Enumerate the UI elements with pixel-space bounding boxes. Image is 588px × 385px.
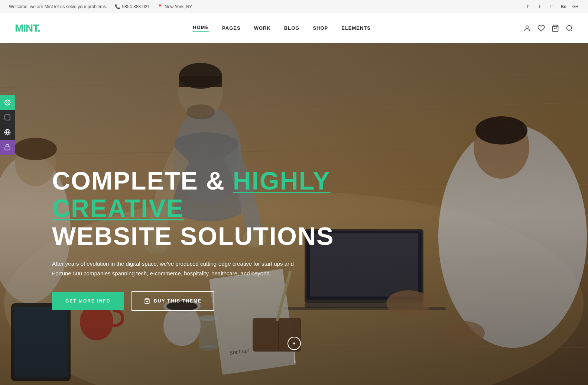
hero-title: COMPLETE & HIGHLY CREATIVE WEBSITE SOLUT… <box>52 167 342 250</box>
phone-icon: 📞 <box>115 4 120 9</box>
phone-info: 📞 9854-888-021 <box>115 4 150 9</box>
site-logo[interactable]: MINT. <box>15 22 40 34</box>
twitter-link[interactable]: t <box>536 3 543 10</box>
heart-icon[interactable] <box>537 25 545 32</box>
map-icon: 📍 <box>157 4 163 9</box>
hero-section: Start up! <box>0 43 588 385</box>
scroll-dot-icon <box>292 341 296 346</box>
nav-work[interactable]: WORK <box>254 25 271 31</box>
sidebar-float <box>0 95 15 155</box>
nav-blog[interactable]: BLOG <box>284 25 300 31</box>
buy-theme-button[interactable]: BUY THIS THEME <box>131 291 214 311</box>
svg-line-3 <box>571 29 572 31</box>
main-nav: HOME PAGES WORK BLOG SHOP ELEMENTS <box>193 25 371 32</box>
search-icon[interactable] <box>566 25 573 32</box>
logo-dot: . <box>38 22 40 34</box>
instagram-link[interactable]: □ <box>548 3 555 10</box>
cart-btn-icon <box>144 298 150 304</box>
welcome-text: Welcome, we are Mint let us solve your p… <box>9 4 107 9</box>
nav-icon-group <box>523 25 573 32</box>
user-icon[interactable] <box>523 25 531 32</box>
svg-rect-56 <box>5 115 10 120</box>
location-info: 📍 New York, NY <box>157 4 192 9</box>
scroll-line <box>294 352 295 363</box>
site-header: MINT. HOME PAGES WORK BLOG SHOP ELEMENTS <box>0 13 588 43</box>
svg-point-0 <box>526 26 529 28</box>
hero-title-line2: WEBSITE SOLUTIONS <box>52 222 334 250</box>
nav-pages[interactable]: PAGES <box>222 25 241 31</box>
sidebar-layers[interactable] <box>0 110 15 125</box>
hero-content: COMPLETE & HIGHLY CREATIVE WEBSITE SOLUT… <box>52 167 342 311</box>
top-bar-left: Welcome, we are Mint let us solve your p… <box>9 4 192 9</box>
nav-elements[interactable]: ELEMENTS <box>341 25 371 31</box>
svg-point-55 <box>7 102 9 104</box>
nav-home[interactable]: HOME <box>193 25 209 32</box>
googleplus-link[interactable]: G+ <box>572 3 579 10</box>
hero-subtitle: After years of evolution in the digital … <box>52 259 297 278</box>
scroll-indicator[interactable] <box>287 337 301 363</box>
svg-point-61 <box>293 343 295 344</box>
hero-buttons: GET MORE INFO BUY THIS THEME <box>52 291 342 311</box>
nav-shop[interactable]: SHOP <box>313 25 328 31</box>
hero-title-line1: COMPLETE & <box>52 166 233 195</box>
get-more-info-button[interactable]: GET MORE INFO <box>52 292 124 310</box>
cart-icon[interactable] <box>552 25 559 32</box>
sidebar-lock[interactable] <box>0 140 15 155</box>
sidebar-settings[interactable] <box>0 95 15 110</box>
scroll-circle <box>287 337 301 350</box>
facebook-link[interactable]: f <box>524 3 532 10</box>
svg-point-2 <box>566 25 571 30</box>
top-bar-social: f t □ Be G+ <box>524 3 579 10</box>
svg-rect-59 <box>5 147 10 150</box>
top-bar: Welcome, we are Mint let us solve your p… <box>0 0 588 13</box>
behance-link[interactable]: Be <box>560 3 567 10</box>
sidebar-globe[interactable] <box>0 125 15 140</box>
